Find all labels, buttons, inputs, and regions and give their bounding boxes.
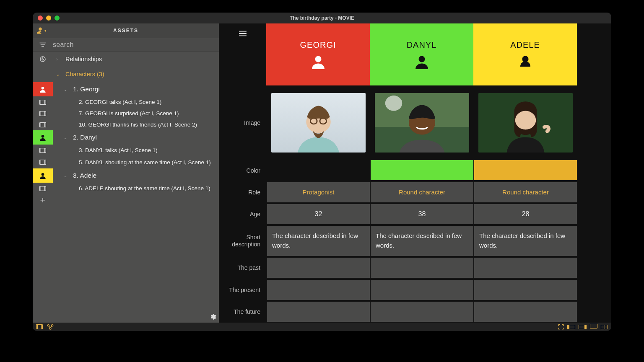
color-cell-danyl[interactable] [370,159,473,180]
tree-scene[interactable]: 2. GEORGI talks (Act I, Scene 1) [53,96,219,108]
svg-point-29 [418,56,425,62]
past-cell-georgi[interactable] [266,257,370,278]
scene-icon[interactable] [33,119,53,130]
future-cell-adele[interactable] [473,301,577,322]
tree-relationships[interactable]: › Relationships [53,52,219,66]
svg-point-36 [385,96,402,111]
menu-icon[interactable] [219,23,266,86]
column-header-adele[interactable]: ADELE [473,23,577,85]
svg-point-4 [42,87,44,90]
future-cell-danyl[interactable] [370,301,473,322]
image-cell-georgi[interactable] [266,86,370,158]
age-cell-danyl[interactable]: 38 [370,203,473,224]
chevron-down-icon: ⌄ [64,135,69,140]
add-asset-button[interactable]: + [33,194,53,207]
svg-point-28 [315,56,321,62]
chevron-down-icon: ⌄ [64,173,69,178]
tree-characters[interactable]: ⌄ Characters (3) [53,66,219,82]
tree-scene[interactable]: 5. DANYL shouting at the same time (Act … [53,156,219,168]
gutter-danyl[interactable] [33,130,53,145]
layout-single-icon[interactable] [590,324,597,330]
minimize-window-button[interactable] [46,16,51,21]
svg-point-21 [42,173,44,176]
role-cell-georgi[interactable]: Protagonist [266,181,370,202]
fullscreen-icon[interactable] [558,324,564,330]
age-cell-adele[interactable]: 28 [473,203,577,224]
status-scene-view-icon[interactable] [36,324,43,329]
tree-scene[interactable]: 7. GEORGI is surprised (Act I, Scene 1) [53,108,219,119]
scene-icon[interactable] [33,145,53,156]
color-cell-adele[interactable] [473,159,577,180]
present-cell-danyl[interactable] [370,279,473,300]
tree-scene[interactable]: 6. ADELE shouting at the same time (Act … [53,183,219,194]
search-row [33,38,219,52]
chevron-down-icon: ⌄ [64,87,69,92]
desc-cell-adele[interactable]: The character described in few words. [473,225,577,256]
future-cell-georgi[interactable] [266,301,370,322]
gutter-adele[interactable] [33,168,53,183]
tree-char-georgi[interactable]: ⌄ 1. Georgi [53,82,219,96]
scene-icon[interactable] [33,156,53,168]
svg-point-40 [515,111,536,130]
sidebar: ▾ ASSETS [33,23,219,323]
row-label-present: The present [219,279,266,301]
user-menu-icon[interactable] [35,26,45,36]
caret-right-icon: › [56,57,61,62]
titlebar: The birthday party - MOVIE [33,13,611,23]
row-label-future: The future [219,301,266,323]
image-cell-adele[interactable] [473,86,577,158]
character-comparison-panel: GEORGI DANYL ADELE Image [219,23,611,323]
layout-split-icon[interactable] [601,325,608,329]
window-title: The birthday party - MOVIE [33,15,611,21]
desc-cell-georgi[interactable]: The character described in few words. [266,225,370,256]
svg-line-48 [51,326,52,328]
asset-tree-gutter: + [33,52,53,323]
tree-char-adele[interactable]: ⌄ 3. Adele [53,168,219,183]
present-cell-adele[interactable] [473,279,577,300]
relationships-gutter-icon[interactable] [33,52,53,66]
past-cell-danyl[interactable] [370,257,473,278]
svg-line-47 [49,326,50,328]
desc-cell-danyl[interactable]: The character described in few words. [370,225,473,256]
color-cell-georgi[interactable] [266,159,370,180]
row-label-short-desc: Short description [219,225,266,257]
app-window: The birthday party - MOVIE ▾ ASSETS [33,13,611,331]
chevron-down-icon: ⌄ [56,72,61,77]
assets-title: ASSETS [33,28,219,34]
image-cell-danyl[interactable] [370,86,473,158]
scene-icon[interactable] [33,96,53,108]
column-header-georgi[interactable]: GEORGI [266,23,370,85]
assets-header: ▾ ASSETS [33,23,219,38]
gutter-georgi[interactable] [33,82,53,96]
layout-left-icon[interactable] [567,325,575,329]
layout-right-icon[interactable] [579,325,587,329]
row-label-past: The past [219,257,266,279]
present-cell-georgi[interactable] [266,279,370,300]
scene-icon[interactable] [33,108,53,119]
person-icon [518,54,533,69]
zoom-window-button[interactable] [55,16,60,21]
row-label-image: Image [219,86,266,159]
person-icon [414,54,429,69]
role-cell-danyl[interactable]: Round character [370,181,473,202]
column-header-danyl[interactable]: DANYL [370,23,473,85]
status-graph-view-icon[interactable] [47,324,54,330]
gear-icon[interactable] [210,313,216,320]
search-input[interactable] [53,38,219,52]
svg-point-14 [42,135,44,138]
asset-tree: + › Relationships ⌄ Characters (3) ⌄ 1. … [33,52,219,323]
tree-scene[interactable]: 10. GEORGI thanks his friends (Act I, Sc… [53,119,219,130]
tree-scene[interactable]: 3. DANYL talks (Act I, Scene 1) [53,145,219,156]
past-cell-adele[interactable] [473,257,577,278]
row-label-color: Color [219,159,266,181]
tree-char-danyl[interactable]: ⌄ 2. Danyl [53,130,219,145]
role-cell-adele[interactable]: Round character [473,181,577,202]
scene-icon[interactable] [33,183,53,194]
status-bar [33,323,611,331]
row-label-role: Role [219,181,266,203]
close-window-button[interactable] [38,16,43,21]
row-label-age: Age [219,203,266,225]
filter-icon[interactable] [33,42,53,48]
age-cell-georgi[interactable]: 32 [266,203,370,224]
person-icon [311,54,326,69]
